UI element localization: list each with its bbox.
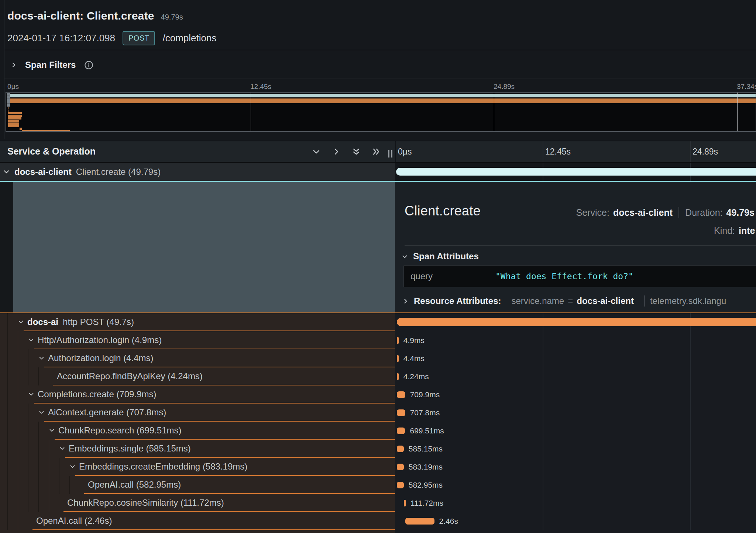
span-row[interactable]: Embeddings.single (585.15ms)585.15ms (0, 440, 756, 458)
indent-guide (18, 367, 18, 385)
span-bar-cell[interactable]: 585.15ms (395, 440, 756, 458)
chevron-down-icon[interactable] (18, 319, 24, 325)
span-bar[interactable] (397, 391, 405, 398)
span-row[interactable]: Authorization.login (4.4ms)4.4ms (0, 349, 756, 367)
span-bar-cell[interactable] (395, 163, 756, 181)
span-bar-cell[interactable]: 707.8ms (395, 404, 756, 422)
resource-attributes-toggle[interactable]: Resource Attributes: service.name = docs… (402, 295, 726, 307)
span-row-selected[interactable]: docs-ai-client Client.create (49.79s) (0, 163, 756, 181)
minimap-span-bar (8, 98, 756, 103)
span-bar-cell[interactable]: 111.72ms (395, 494, 756, 512)
chevron-down-icon[interactable] (28, 337, 34, 343)
chevron-right-icon[interactable] (10, 62, 17, 68)
span-bar-cell[interactable]: 4.4ms (395, 349, 756, 367)
span-bar[interactable] (397, 373, 399, 380)
gridline (690, 349, 691, 367)
span-row-label: Embeddings.single (585.15ms) (69, 443, 191, 454)
trace-viewer: docs-ai-client: Client.create 49.79s 202… (0, 0, 756, 533)
chevron-down-icon[interactable] (59, 445, 65, 451)
span-row[interactable]: ChunkRepo.cosineSimilarity (111.72ms)111… (0, 494, 756, 512)
span-bar[interactable] (397, 318, 756, 326)
span-row[interactable]: Completions.create (709.9ms)709.9ms (0, 385, 756, 404)
span-row-label-cell[interactable]: Completions.create (709.9ms) (0, 385, 395, 404)
span-row[interactable]: AccountRepo.findByApiKey (4.24ms)4.24ms (0, 367, 756, 385)
expand-all-icon[interactable] (372, 147, 381, 156)
chevron-down-icon[interactable] (69, 463, 76, 470)
span-row[interactable]: OpenAI.call (2.46s)2.46s (0, 512, 756, 530)
span-row-label: Completions.create (709.9ms) (38, 389, 156, 399)
span-bar[interactable] (397, 355, 399, 362)
span-row-label-cell[interactable]: docs-aihttp POST (49.7s) (0, 313, 395, 331)
span-row[interactable]: ChunkRepo.search (699.51ms)699.51ms (0, 422, 756, 440)
span-bar-cell[interactable]: 709.9ms (395, 385, 756, 404)
trace-minimap[interactable] (6, 92, 756, 132)
indent-guide (18, 440, 18, 458)
span-row-label-cell[interactable]: Embeddings.single (585.15ms) (0, 440, 395, 458)
indent-guide (18, 404, 18, 422)
span-row-label-cell[interactable]: Http/Authorization.login (4.9ms) (0, 331, 395, 349)
span-operation: AiContext.generate (707.8ms) (48, 407, 166, 418)
span-row-label-cell[interactable]: docs-ai-client Client.create (49.79s) (0, 163, 395, 181)
chevron-down-icon[interactable] (38, 355, 45, 361)
span-bar-cell[interactable]: 2.46s (395, 512, 756, 530)
span-attributes-toggle[interactable]: Span Attributes (402, 251, 479, 262)
indent-guide (7, 476, 8, 494)
span-filters-toggle[interactable]: Span Filters (10, 60, 94, 70)
span-bar[interactable] (397, 337, 399, 344)
indent-guide (7, 349, 8, 367)
span-row[interactable]: AiContext.generate (707.8ms)707.8ms (0, 404, 756, 422)
gridline (690, 141, 691, 162)
detail-meta-row: Service: docs-ai-client Duration: 49.79s (576, 207, 756, 218)
span-bar[interactable] (397, 482, 404, 488)
span-filters-label[interactable]: Span Filters (25, 60, 76, 70)
span-row-label: OpenAI.call (2.46s) (36, 516, 112, 526)
span-bar-cell[interactable] (395, 313, 756, 331)
span-row-label: AiContext.generate (707.8ms) (48, 407, 166, 418)
gridline (543, 385, 543, 404)
span-bar[interactable] (397, 409, 405, 416)
span-bar-cell[interactable]: 699.51ms (395, 422, 756, 440)
collapse-one-icon[interactable] (312, 147, 321, 156)
duration-value: 49.79s (726, 207, 755, 218)
span-row[interactable]: docs-aihttp POST (49.7s) (0, 313, 756, 331)
span-bar[interactable] (397, 464, 404, 470)
span-bar[interactable] (397, 446, 404, 452)
span-bar-cell[interactable]: 4.24ms (395, 367, 756, 385)
span-bar-cell[interactable]: 583.19ms (395, 458, 756, 476)
span-bar[interactable] (404, 500, 406, 506)
attribute-row[interactable]: query "What does Effect.fork do?" (403, 265, 756, 287)
span-row-label-cell[interactable]: OpenAI.call (582.95ms) (0, 476, 395, 494)
page-title: docs-ai-client: Client.create (7, 10, 154, 22)
span-row-label-cell[interactable]: ChunkRepo.search (699.51ms) (0, 422, 395, 440)
span-row-label-cell[interactable]: ChunkRepo.cosineSimilarity (111.72ms) (0, 494, 395, 512)
chevron-down-icon[interactable] (38, 409, 45, 415)
chevron-down-icon[interactable] (49, 427, 55, 433)
chevron-down-icon[interactable] (402, 253, 408, 260)
minimap-drag-handle[interactable] (7, 93, 10, 107)
indent-guide (28, 458, 28, 476)
column-resize-handle[interactable] (388, 150, 392, 158)
span-row[interactable]: OpenAI.call (582.95ms)582.95ms (0, 476, 756, 494)
indent-guide (4, 367, 4, 385)
span-bar-cell[interactable]: 582.95ms (395, 476, 756, 494)
span-bar-cell[interactable]: 4.9ms (395, 331, 756, 349)
span-row-label-cell[interactable]: OpenAI.call (2.46s) (0, 512, 395, 530)
minimap-tick-label: 0µs (7, 83, 19, 91)
span-row-label-cell[interactable]: Authorization.login (4.4ms) (0, 349, 395, 367)
attribute-key: query (410, 271, 495, 281)
span-row-label-cell[interactable]: Embeddings.createEmbedding (583.19ms) (0, 458, 395, 476)
span-bar[interactable] (405, 518, 434, 525)
chevron-right-icon[interactable] (402, 298, 409, 304)
info-icon[interactable] (84, 60, 94, 70)
chevron-down-icon[interactable] (28, 391, 34, 397)
expand-one-icon[interactable] (332, 147, 341, 156)
span-row[interactable]: Embeddings.createEmbedding (583.19ms)583… (0, 458, 756, 476)
collapse-all-icon[interactable] (352, 147, 361, 156)
span-bar[interactable] (397, 428, 405, 434)
span-row-label-cell[interactable]: AiContext.generate (707.8ms) (0, 404, 395, 422)
chevron-down-icon[interactable] (3, 168, 10, 175)
span-row[interactable]: Http/Authorization.login (4.9ms)4.9ms (0, 331, 756, 349)
span-bar-client-create[interactable] (396, 168, 756, 176)
gridline (543, 422, 543, 440)
span-row-label-cell[interactable]: AccountRepo.findByApiKey (4.24ms) (0, 367, 395, 385)
